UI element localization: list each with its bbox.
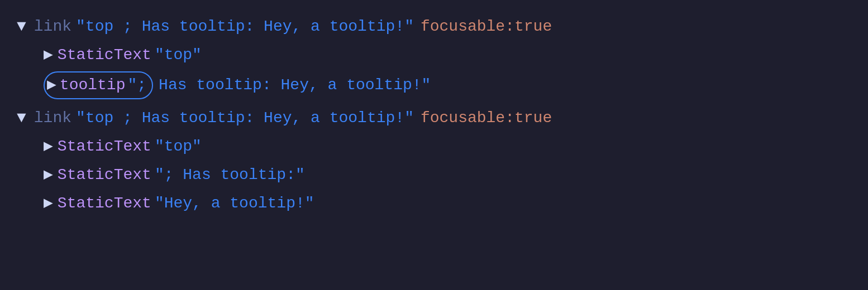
node-type-static-2-2: StaticText bbox=[58, 134, 151, 160]
node-value-2-4: "Hey, a tooltip!" bbox=[155, 191, 314, 216]
node-value-1-1: "top ; Has tooltip: Hey, a tooltip!" bbox=[76, 14, 414, 40]
prop-value-1: true bbox=[514, 14, 552, 40]
node-type-tooltip: tooltip bbox=[60, 73, 126, 98]
node-value-2-1: "top ; Has tooltip: Hey, a tooltip!" bbox=[76, 106, 414, 131]
tree-node-2-3: ▶ StaticText "; Has tooltip:" bbox=[17, 163, 851, 188]
tree-node-2-2: ▶ StaticText "top" bbox=[17, 134, 851, 160]
node-value-1-2: "top" bbox=[155, 43, 202, 68]
arrow-right-icon-2-3[interactable]: ▶ bbox=[44, 163, 53, 188]
node-value-2-3: "; Has tooltip:" bbox=[155, 163, 305, 188]
tooltip-circled-group: ▶ tooltip "; bbox=[44, 71, 153, 100]
node-type-static-1-2: StaticText bbox=[58, 43, 151, 68]
arrow-right-icon-2-4[interactable]: ▶ bbox=[44, 191, 53, 216]
arrow-down-icon-1[interactable]: ▼ bbox=[17, 14, 26, 40]
prop-value-2: true bbox=[514, 106, 552, 131]
arrow-right-icon-1-3[interactable]: ▶ bbox=[47, 73, 56, 98]
arrow-right-icon-1-2[interactable]: ▶ bbox=[44, 43, 53, 68]
tree-node-1: ▼ link "top ; Has tooltip: Hey, a toolti… bbox=[17, 14, 851, 40]
node-value-2-2: "top" bbox=[155, 134, 202, 160]
tree-row-2-1: ▼ link "top ; Has tooltip: Hey, a toolti… bbox=[17, 106, 851, 131]
accessibility-tree: ▼ link "top ; Has tooltip: Hey, a toolti… bbox=[17, 14, 851, 216]
prop-focusable-1: focusable: bbox=[421, 14, 514, 40]
tree-row-1-1: ▼ link "top ; Has tooltip: Hey, a toolti… bbox=[17, 14, 851, 40]
node-type-static-2-3: StaticText bbox=[58, 163, 151, 188]
tree-node-1-2: ▶ StaticText "top" bbox=[17, 43, 851, 68]
node-type-static-2-4: StaticText bbox=[58, 191, 151, 216]
tree-row-2-3: ▶ StaticText "; Has tooltip:" bbox=[44, 163, 851, 188]
tree-row-1-2: ▶ StaticText "top" bbox=[44, 43, 851, 68]
tree-row-1-3: ▶ tooltip "; Has tooltip: Hey, a tooltip… bbox=[44, 71, 851, 100]
arrow-right-icon-2-2[interactable]: ▶ bbox=[44, 134, 53, 160]
node-type-link-1: link bbox=[34, 14, 71, 40]
prop-focusable-2: focusable: bbox=[421, 106, 514, 131]
tree-node-1-3: ▶ tooltip "; Has tooltip: Hey, a tooltip… bbox=[17, 71, 851, 100]
node-type-link-2: link bbox=[34, 106, 71, 131]
node-value-1-3: Has tooltip: Hey, a tooltip!" bbox=[159, 73, 431, 98]
arrow-down-icon-2[interactable]: ▼ bbox=[17, 106, 26, 131]
tree-node-2-4: ▶ StaticText "Hey, a tooltip!" bbox=[17, 191, 851, 216]
node-type-extra: "; bbox=[127, 73, 146, 98]
tree-row-2-4: ▶ StaticText "Hey, a tooltip!" bbox=[44, 191, 851, 216]
tree-row-2-2: ▶ StaticText "top" bbox=[44, 134, 851, 160]
tree-node-2: ▼ link "top ; Has tooltip: Hey, a toolti… bbox=[17, 106, 851, 131]
